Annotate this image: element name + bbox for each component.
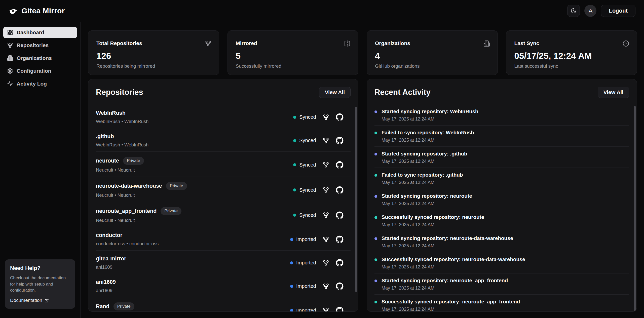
gitea-mirror-app: Gitea Mirror A Logout Dashboard Reposito… — [0, 0, 644, 318]
activity-dot — [374, 280, 377, 282]
stat-title: Mirrored — [236, 40, 257, 46]
activity-view-all-button[interactable]: View All — [598, 87, 629, 98]
sidebar-item-dashboard[interactable]: Dashboard — [3, 27, 77, 38]
avatar[interactable]: A — [584, 5, 596, 17]
github-icon[interactable] — [336, 186, 344, 194]
repo-status: Synced — [293, 138, 316, 143]
sidebar: Dashboard Repositories Organizations Con… — [0, 22, 81, 318]
main-content: Total Repositories 126 Repositories bein… — [81, 22, 644, 318]
activity-timestamp: May 17, 2025 at 12:24 AM — [382, 180, 463, 185]
stat-card-mirrored: Mirrored 5 Successfully mirrored — [228, 30, 359, 75]
sidebar-item-repositories[interactable]: Repositories — [3, 39, 77, 51]
top-navbar: Gitea Mirror A Logout — [0, 0, 644, 22]
repo-row: neuroute Private Neucruit • Neucruit Syn… — [96, 152, 351, 177]
git-fork-icon — [205, 40, 211, 47]
repo-status: Synced — [293, 212, 316, 218]
documentation-link-label: Documentation — [10, 298, 42, 303]
repo-name: neuroute-data-warehouse — [96, 183, 162, 189]
activity-dot — [374, 258, 377, 261]
activity-dot — [374, 132, 377, 134]
git-fork-icon[interactable] — [323, 212, 329, 218]
git-fork-icon[interactable] — [323, 114, 329, 121]
git-fork-icon — [7, 42, 13, 48]
activity-message: Started syncing repository: WebInRush — [382, 108, 478, 114]
external-link-icon — [45, 298, 49, 303]
activity-message: Successfully synced repository: neuroute — [382, 214, 484, 220]
activity-timestamp: May 17, 2025 at 12:24 AM — [382, 307, 520, 312]
repo-row: Rand Private Neucruit • Neucruit Importe… — [96, 297, 351, 312]
stat-subtitle: Successfully mirrored — [236, 63, 351, 69]
repo-row: conductor conductor-oss • conductor-oss … — [96, 227, 351, 251]
status-label: Synced — [299, 162, 316, 168]
sidebar-item-label: Organizations — [17, 55, 52, 61]
sidebar-item-label: Repositories — [17, 42, 49, 48]
repo-private-badge: Private — [113, 302, 134, 310]
github-icon[interactable] — [336, 161, 344, 169]
github-icon[interactable] — [336, 137, 344, 144]
stat-value: 126 — [96, 51, 211, 61]
repo-name: ani1609 — [96, 279, 116, 285]
git-fork-icon[interactable] — [323, 236, 329, 243]
activity-item: Failed to sync repository: .github May 1… — [374, 168, 629, 189]
status-label: Imported — [296, 308, 316, 312]
stat-value: 4 — [375, 51, 490, 61]
activity-message: Started syncing repository: neuroute — [382, 193, 472, 199]
activity-item: Successfully synced repository: neuroute… — [374, 210, 629, 231]
activity-list: Started syncing repository: WebInRush Ma… — [374, 104, 629, 312]
sidebar-item-configuration[interactable]: Configuration — [3, 65, 77, 77]
repo-row: gitea-mirror ani1609 Imported — [96, 251, 351, 274]
repositories-panel-title: Repositories — [96, 88, 143, 97]
git-fork-icon[interactable] — [323, 283, 329, 290]
activity-message: Failed to sync repository: WebInRush — [382, 130, 474, 136]
github-icon[interactable] — [336, 113, 344, 121]
stat-value: 5 — [236, 51, 351, 61]
activity-dot — [374, 110, 377, 113]
sidebar-item-organizations[interactable]: Organizations — [3, 52, 77, 64]
github-icon[interactable] — [336, 259, 344, 267]
activity-message: Started syncing repository: neuroute-dat… — [382, 235, 513, 241]
status-label: Synced — [299, 138, 316, 143]
git-fork-icon[interactable] — [323, 137, 329, 144]
documentation-link[interactable]: Documentation — [10, 298, 49, 303]
repo-owner: Neucruit • Neucruit — [96, 218, 181, 223]
github-icon[interactable] — [336, 235, 344, 243]
github-icon[interactable] — [336, 211, 344, 219]
status-label: Imported — [296, 236, 316, 242]
status-label: Synced — [299, 212, 316, 218]
logout-button[interactable]: Logout — [601, 5, 635, 17]
git-fork-icon[interactable] — [323, 307, 329, 312]
repo-name: conductor — [96, 232, 122, 238]
need-help-title: Need Help? — [10, 265, 70, 271]
recent-activity-panel: Recent Activity View All Started syncing… — [367, 79, 637, 312]
repo-name: neuroute — [96, 158, 119, 164]
activity-item: Started syncing repository: .github May … — [374, 147, 629, 168]
activity-scrollbar[interactable] — [634, 106, 636, 311]
github-icon[interactable] — [336, 282, 344, 290]
repo-owner: WebInRush • WebInRush — [96, 142, 148, 148]
activity-dot — [374, 195, 377, 198]
stat-card-total-repositories: Total Repositories 126 Repositories bein… — [88, 30, 219, 75]
building-icon — [7, 55, 13, 61]
sidebar-item-label: Activity Log — [17, 81, 47, 87]
sidebar-item-activity-log[interactable]: Activity Log — [3, 78, 77, 90]
activity-item: Started syncing repository: neuroute May… — [374, 189, 629, 210]
repo-private-badge: Private — [123, 157, 144, 165]
repo-name: Rand — [96, 303, 109, 310]
repositories-view-all-button[interactable]: View All — [319, 87, 351, 98]
status-dot — [290, 285, 293, 288]
repositories-scrollbar[interactable] — [355, 107, 357, 292]
git-fork-icon[interactable] — [323, 260, 329, 266]
activity-timestamp: May 17, 2025 at 12:24 AM — [382, 159, 467, 164]
git-fork-icon[interactable] — [323, 187, 329, 193]
sidebar-item-label: Configuration — [17, 68, 51, 74]
repo-row: neuroute_app_frontend Private Neucruit •… — [96, 202, 351, 227]
need-help-body: Check out the documentation for help wit… — [10, 275, 70, 294]
dashboard-icon — [7, 29, 13, 35]
github-icon[interactable] — [336, 307, 344, 312]
activity-dot — [374, 301, 377, 303]
theme-toggle-button[interactable] — [567, 5, 580, 17]
stat-cards: Total Repositories 126 Repositories bein… — [88, 30, 637, 75]
git-fork-icon[interactable] — [323, 162, 329, 168]
repo-status: Imported — [290, 236, 316, 242]
stat-value: 05/17/25, 12:24 AM — [514, 51, 629, 61]
